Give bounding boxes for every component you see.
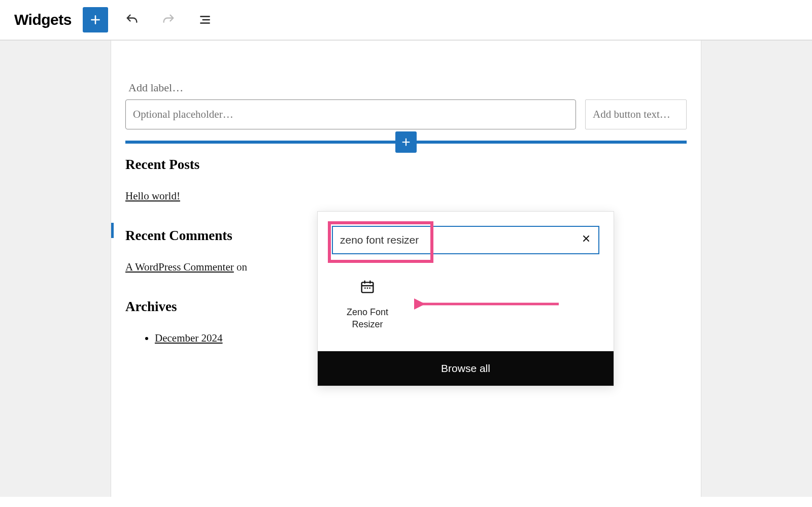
svg-rect-0	[362, 282, 374, 292]
editor-toolbar: Widgets	[0, 0, 812, 40]
document-overview-button[interactable]	[192, 7, 218, 32]
undo-icon	[125, 13, 139, 27]
inserter-search-area	[318, 212, 614, 268]
close-icon	[581, 233, 591, 244]
undo-button[interactable]	[119, 7, 145, 32]
post-link[interactable]: Hello world!	[125, 190, 180, 202]
block-result-label: Zeno Font Resizer	[337, 306, 398, 331]
plus-icon	[400, 137, 412, 148]
comment-on-text: on	[234, 261, 247, 273]
block-search-input[interactable]	[332, 226, 599, 254]
recent-posts-heading: Recent Posts	[125, 157, 687, 173]
block-inserter-popover: Zeno Font Resizer Browse all	[317, 211, 614, 386]
form-row	[125, 99, 687, 129]
inserter-results: Zeno Font Resizer	[318, 268, 614, 351]
inline-add-block-button[interactable]	[395, 131, 417, 153]
browse-all-button[interactable]: Browse all	[318, 351, 614, 386]
archive-link[interactable]: December 2024	[155, 332, 223, 345]
plus-icon	[89, 13, 102, 26]
main-placeholder-input[interactable]	[125, 99, 576, 129]
editor-stage: Add label… Recent Posts Hello world! Rec…	[0, 40, 812, 497]
redo-button[interactable]	[156, 7, 181, 32]
page-title: Widgets	[14, 11, 72, 28]
label-placeholder[interactable]: Add label…	[125, 81, 687, 94]
comment-author-link[interactable]: A WordPress Commenter	[125, 261, 234, 274]
redo-icon	[161, 13, 176, 27]
selection-indicator	[111, 223, 114, 238]
block-result-zeno-font-resizer[interactable]: Zeno Font Resizer	[337, 279, 398, 331]
widgets-canvas: Add label… Recent Posts Hello world! Rec…	[111, 41, 701, 497]
block-appender-divider	[125, 141, 687, 144]
calendar-icon	[359, 279, 376, 295]
svg-point-3	[369, 287, 370, 289]
svg-point-2	[367, 287, 368, 289]
svg-point-1	[364, 287, 366, 289]
button-text-input[interactable]	[585, 99, 687, 129]
annotation-arrow	[414, 298, 561, 310]
clear-search-button[interactable]	[581, 233, 591, 247]
list-view-icon	[198, 13, 212, 26]
add-block-button[interactable]	[83, 7, 108, 32]
recent-posts-widget: Recent Posts Hello world!	[125, 157, 687, 202]
